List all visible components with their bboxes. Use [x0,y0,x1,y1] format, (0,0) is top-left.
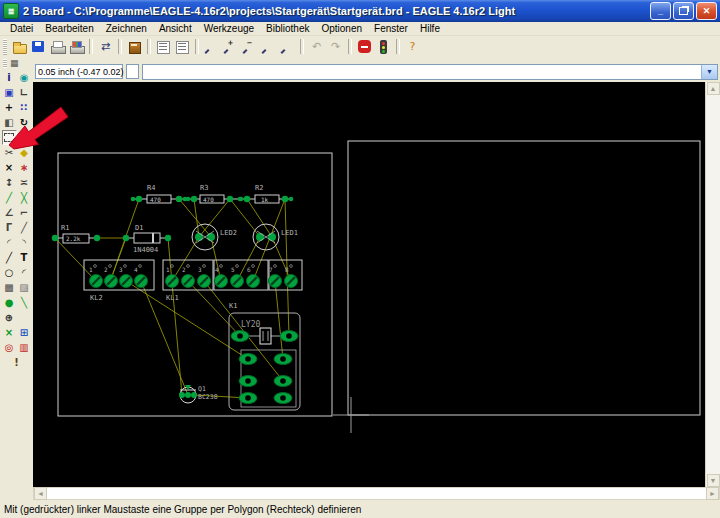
svg-text:7: 7 [269,266,273,273]
minimize-button[interactable]: _ [650,2,671,20]
zoom-select-icon[interactable] [278,38,297,55]
menu-bearbeiten[interactable]: Bearbeiten [39,23,99,34]
bend-tool[interactable]: Γ [2,220,17,235]
arc-tool[interactable]: ◜ [17,265,32,280]
redo-icon[interactable]: ↷ [326,38,345,55]
menu-ansicht[interactable]: Ansicht [153,23,198,34]
scroll-down-icon[interactable]: ▼ [707,474,720,487]
polygon-tool[interactable]: ▨ [17,280,32,295]
board-frame-right[interactable] [348,141,700,415]
component-r1[interactable]: R1 2.2k [52,224,100,243]
command-line-combo[interactable]: ▼ [142,64,718,80]
horizontal-scrollbar[interactable]: ◄ ► [33,487,720,500]
component-kl2[interactable]: 1 2 3 4 KL2 [84,260,154,302]
zoom-fit-icon[interactable] [202,38,221,55]
chevron-down-icon[interactable]: ▼ [701,65,717,79]
run-script-icon[interactable] [173,38,192,55]
errors-tool[interactable]: ▥ [17,340,32,355]
script-icon[interactable] [154,38,173,55]
menu-datei[interactable]: Datei [4,23,39,34]
svg-text:K1: K1 [229,302,237,310]
menu-fenster[interactable]: Fenster [368,23,414,34]
menu-optionen[interactable]: Optionen [315,23,368,34]
signal-tool[interactable]: ╲ [17,295,32,310]
group-tool[interactable] [2,130,17,145]
library-icon[interactable] [125,38,144,55]
ripup-tool[interactable]: ╳ [17,190,32,205]
change-tool[interactable] [17,130,32,145]
component-k1[interactable]: K1 LY20 [229,302,300,410]
split-tool[interactable]: ∠ [2,205,17,220]
via-tool[interactable]: ● [2,295,17,310]
zoom-redraw-icon[interactable] [259,38,278,55]
menu-hilfe[interactable]: Hilfe [414,23,446,34]
hole-tool[interactable]: ⊕ [2,310,17,325]
zoom-out-icon[interactable]: − [240,38,259,55]
restore-button[interactable] [673,2,694,20]
component-r2[interactable]: R2 1k [239,184,294,203]
component-led1[interactable]: LED1 [253,224,298,250]
main-toolbar: ⇄+−↶↷? [0,36,720,57]
vertical-scrollbar[interactable]: ▲ ▼ [705,82,720,487]
bend2-tool[interactable]: ╱ [17,220,32,235]
grid-icon[interactable]: ▦ [10,58,19,68]
move-tool[interactable]: + [2,100,17,115]
copy-tool[interactable]: ∷ [17,100,32,115]
traffic-light-icon[interactable] [374,38,393,55]
component-d1[interactable]: D1 1N4004 [123,224,171,254]
display-tool[interactable]: ▣ [2,85,17,100]
component-led2[interactable]: LED2 [192,224,237,250]
delete-tool[interactable]: × [2,160,17,175]
errmark-tool[interactable]: ! [9,355,24,370]
auto-tool[interactable]: ⊞ [17,325,32,340]
replace-tool[interactable]: ∗ [17,160,32,175]
optimize-tool[interactable]: ≍ [17,175,32,190]
cut-tool[interactable]: ✂ [2,145,17,160]
info-tool[interactable]: i [2,70,17,85]
ratsnest-tool[interactable]: × [2,325,17,340]
undo-icon[interactable]: ↶ [307,38,326,55]
component-r3[interactable]: R3 470 [186,184,243,203]
menu-bibliothek[interactable]: Bibliothek [260,23,315,34]
scroll-up-icon[interactable]: ▲ [707,82,720,95]
menu-zeichnen[interactable]: Zeichnen [100,23,153,34]
help-icon[interactable]: ? [403,38,422,55]
svg-text:4: 4 [215,266,219,273]
text-tool[interactable]: T [17,250,32,265]
toolbar-drag-handle[interactable] [3,39,7,55]
scroll-left-icon[interactable]: ◄ [34,487,47,500]
show-tool[interactable]: ◉ [17,70,32,85]
mirror-tool[interactable]: ◧ [2,115,17,130]
rotate-tool[interactable]: ↻ [17,115,32,130]
menu-werkzeuge[interactable]: Werkzeuge [198,23,260,34]
close-button[interactable]: ✕ [696,2,717,20]
toolbar-drag-handle[interactable] [3,59,7,68]
paste-tool[interactable]: ◆ [17,145,32,160]
stop-icon[interactable] [355,38,374,55]
save-icon[interactable] [29,38,48,55]
drc-tool[interactable]: ◎ [2,340,17,355]
scroll-right-icon[interactable]: ► [706,487,719,500]
circle-tool[interactable]: ○ [2,265,17,280]
stretch-tool[interactable]: ↕ [2,175,17,190]
curve2-tool[interactable]: ◝ [17,235,32,250]
board-canvas[interactable]: R4 470 R3 470 R2 1k [33,82,705,487]
print-icon[interactable] [48,38,67,55]
rect-tool[interactable]: ▩ [2,280,17,295]
miter-tool[interactable]: ⌐ [17,205,32,220]
component-r4[interactable]: R4 470 [131,184,188,203]
open-icon[interactable] [10,38,29,55]
cam-processor-icon[interactable] [67,38,86,55]
switch-editor-icon[interactable]: ⇄ [96,38,115,55]
app-icon: ≣ [3,3,19,19]
route-tool[interactable]: ╱ [2,190,17,205]
component-kl1[interactable]: 1 2 3 4 5 6 7 8 KL1 [163,260,302,302]
layer-mini-box[interactable] [126,64,139,79]
component-q1[interactable]: Q1 BC238 [179,385,218,403]
mark-tool[interactable]: ∟ [17,85,32,100]
wire-tool[interactable]: ╱ [2,250,17,265]
zoom-in-icon[interactable]: + [221,38,240,55]
spacer[interactable] [17,310,32,325]
curve-tool[interactable]: ◜ [2,235,17,250]
toolbar-separator [89,39,93,54]
